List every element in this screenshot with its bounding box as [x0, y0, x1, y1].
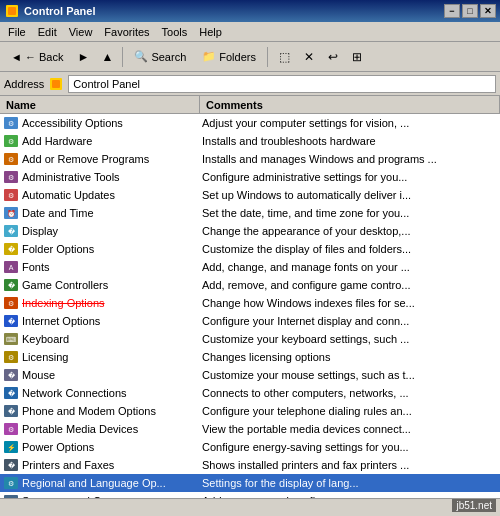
up-button[interactable]: ▲ — [96, 46, 118, 68]
item-name: Automatic Updates — [20, 189, 198, 201]
search-button[interactable]: 🔍 Search — [127, 45, 193, 69]
column-header-comments[interactable]: Comments — [200, 96, 500, 113]
list-item[interactable]: AFontsAdd, change, and manage fonts on y… — [0, 258, 500, 276]
item-name: Regional and Language Op... — [20, 477, 198, 489]
search-label: Search — [151, 51, 186, 63]
address-label: Address — [4, 78, 44, 90]
svg-text:⌨: ⌨ — [6, 336, 16, 343]
item-icon: � — [2, 222, 20, 240]
view-button[interactable]: ⊞ — [346, 46, 368, 68]
delete-button[interactable]: ✕ — [298, 46, 320, 68]
item-name: Power Options — [20, 441, 198, 453]
content-area: Name Comments ⚙Accessibility OptionsAdju… — [0, 96, 500, 498]
list-item[interactable]: �Game ControllersAdd, remove, and config… — [0, 276, 500, 294]
item-name: Keyboard — [20, 333, 198, 345]
menu-view[interactable]: View — [63, 24, 99, 40]
menu-tools[interactable]: Tools — [156, 24, 194, 40]
svg-text:⚙: ⚙ — [8, 192, 14, 199]
item-comment: Add, change, and manage fonts on your ..… — [198, 261, 500, 273]
item-comment: Connects to other computers, networks, .… — [198, 387, 500, 399]
list-item[interactable]: ⚙Administrative ToolsConfigure administr… — [0, 168, 500, 186]
minimize-button[interactable]: − — [444, 4, 460, 18]
undo-button[interactable]: ↩ — [322, 46, 344, 68]
copy-button[interactable]: ⬚ — [274, 46, 296, 68]
list-item[interactable]: ⌨KeyboardCustomize your keyboard setting… — [0, 330, 500, 348]
svg-text:�: � — [8, 461, 16, 469]
menu-edit[interactable]: Edit — [32, 24, 63, 40]
window-title: Control Panel — [24, 5, 444, 17]
list-item[interactable]: �Network ConnectionsConnects to other co… — [0, 384, 500, 402]
svg-text:⚙: ⚙ — [8, 138, 14, 145]
menu-file[interactable]: File — [2, 24, 32, 40]
item-name: Game Controllers — [20, 279, 198, 291]
window-controls: − □ ✕ — [444, 4, 496, 18]
menu-help[interactable]: Help — [193, 24, 228, 40]
folders-icon: 📁 — [202, 50, 216, 63]
toolbar: ◄ ← Back ► ▲ 🔍 Search 📁 Folders ⬚ ✕ ↩ ⊞ — [0, 42, 500, 72]
item-comment: Configure your telephone dialing rules a… — [198, 405, 500, 417]
close-button[interactable]: ✕ — [480, 4, 496, 18]
list-item[interactable]: ⚙LicensingChanges licensing options — [0, 348, 500, 366]
forward-button[interactable]: ► — [72, 46, 94, 68]
list-item[interactable]: �Phone and Modem OptionsConfigure your t… — [0, 402, 500, 420]
list-item[interactable]: ⚙Regional and Language Op...Settings for… — [0, 474, 500, 492]
item-comment: Set the date, time, and time zone for yo… — [198, 207, 500, 219]
item-comment: Changes licensing options — [198, 351, 500, 363]
item-icon: ⏰ — [2, 204, 20, 222]
list-item[interactable]: ⏰Date and TimeSet the date, time, and ti… — [0, 204, 500, 222]
item-icon: ⚙ — [2, 150, 20, 168]
item-icon: ⚙ — [2, 132, 20, 150]
list-item[interactable]: ⚙Add or Remove ProgramsInstalls and mana… — [0, 150, 500, 168]
svg-text:⏰: ⏰ — [7, 209, 16, 218]
delete-icon: ✕ — [304, 50, 314, 64]
undo-icon: ↩ — [328, 50, 338, 64]
address-input[interactable] — [68, 75, 496, 93]
item-comment: Configure energy-saving settings for you… — [198, 441, 500, 453]
list-item[interactable]: �Folder OptionsCustomize the display of … — [0, 240, 500, 258]
item-comment: Shows installed printers and fax printer… — [198, 459, 500, 471]
item-comment: Settings for the display of lang... — [198, 477, 500, 489]
svg-text:⚙: ⚙ — [8, 156, 14, 163]
item-comment: Add, remove, and configure game contro..… — [198, 279, 500, 291]
item-icon: ⚙ — [2, 294, 20, 312]
item-name: Indexing Options — [20, 297, 198, 309]
item-icon: ⚙ — [2, 474, 20, 492]
menu-favorites[interactable]: Favorites — [98, 24, 155, 40]
svg-text:⚙: ⚙ — [8, 174, 14, 181]
list-item[interactable]: ⚙Scanners and CamerasAdd, remove, and co… — [0, 492, 500, 498]
folders-button[interactable]: 📁 Folders — [195, 45, 263, 69]
column-headers: Name Comments — [0, 96, 500, 114]
svg-text:�: � — [8, 245, 16, 253]
list-item[interactable]: ⚙Add HardwareInstalls and troubleshoots … — [0, 132, 500, 150]
item-comment: Customize your mouse settings, such as t… — [198, 369, 500, 381]
svg-text:�: � — [8, 407, 16, 415]
maximize-button[interactable]: □ — [462, 4, 478, 18]
item-icon: � — [2, 402, 20, 420]
column-header-name[interactable]: Name — [0, 96, 200, 113]
list-item[interactable]: ⚙Automatic UpdatesSet up Windows to auto… — [0, 186, 500, 204]
item-icon: ⚙ — [2, 168, 20, 186]
list-item[interactable]: �DisplayChange the appearance of your de… — [0, 222, 500, 240]
svg-text:�: � — [8, 227, 16, 235]
list-item[interactable]: ⚙Indexing OptionsChange how Windows inde… — [0, 294, 500, 312]
folders-label: Folders — [219, 51, 256, 63]
item-name: Accessibility Options — [20, 117, 198, 129]
item-comment: Installs and troubleshoots hardware — [198, 135, 500, 147]
item-comment: Customize the display of files and folde… — [198, 243, 500, 255]
item-comment: Configure administrative settings for yo… — [198, 171, 500, 183]
title-bar: Control Panel − □ ✕ — [0, 0, 500, 22]
item-icon: ⚙ — [2, 420, 20, 438]
list-item[interactable]: �MouseCustomize your mouse settings, suc… — [0, 366, 500, 384]
back-button[interactable]: ◄ ← Back — [4, 45, 70, 69]
toolbar-separator-1 — [122, 47, 123, 67]
item-name: Phone and Modem Options — [20, 405, 198, 417]
list-item[interactable]: ⚡Power OptionsConfigure energy-saving se… — [0, 438, 500, 456]
svg-text:⚙: ⚙ — [8, 300, 14, 307]
item-name: Internet Options — [20, 315, 198, 327]
list-item[interactable]: �Printers and FaxesShows installed print… — [0, 456, 500, 474]
back-arrow-icon: ◄ — [11, 51, 22, 63]
item-name: Administrative Tools — [20, 171, 198, 183]
list-item[interactable]: ⚙Accessibility OptionsAdjust your comput… — [0, 114, 500, 132]
list-item[interactable]: �Internet OptionsConfigure your Internet… — [0, 312, 500, 330]
list-item[interactable]: ⚙Portable Media DevicesView the portable… — [0, 420, 500, 438]
